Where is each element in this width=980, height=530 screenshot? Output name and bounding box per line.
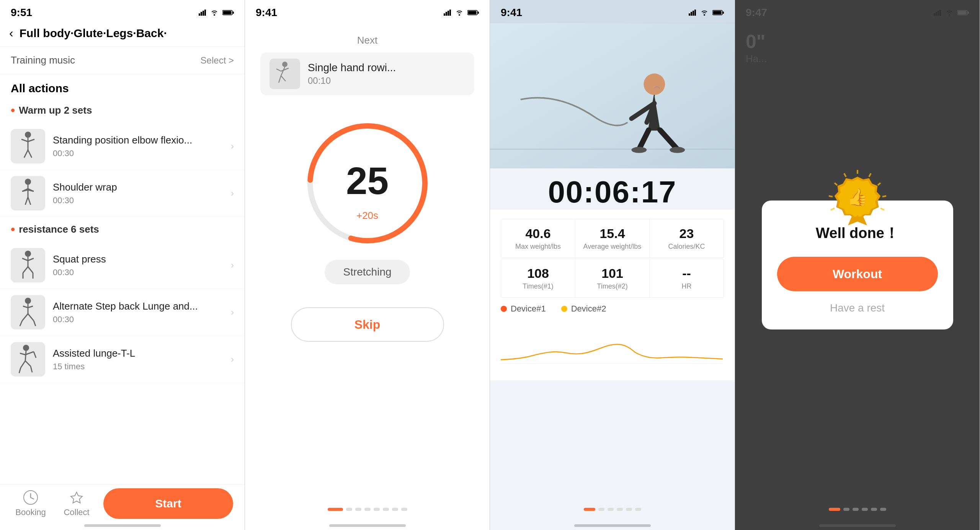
device1-dot: [501, 306, 507, 312]
status-time-2: 9:41: [256, 7, 277, 19]
progress-dot3-5: [635, 508, 641, 511]
signal-icon-3: [689, 10, 696, 16]
stat-max-weight: 40.6 Max weight/lbs: [501, 219, 575, 258]
training-music-row[interactable]: Training music Select >: [0, 47, 245, 74]
svg-line-93: [829, 196, 833, 197]
bottom-bar-1: Booking Collect Start: [0, 484, 245, 530]
progress-dot3-4: [626, 508, 632, 511]
skip-button[interactable]: Skip: [291, 307, 444, 342]
chevron-right-icon-2: ›: [231, 260, 234, 271]
svg-line-57: [281, 68, 289, 71]
exercise-thumb-3: [11, 295, 45, 329]
svg-line-56: [276, 69, 281, 71]
exercise-thumb-4: [11, 342, 45, 377]
resistance-subsection: resistance 6 sets: [0, 217, 245, 242]
booking-icon: [23, 490, 38, 505]
max-weight-value: 40.6: [506, 226, 570, 241]
svg-line-44: [19, 368, 21, 373]
exercise-name-1: Shoulder wrap: [53, 181, 231, 193]
svg-rect-67: [713, 11, 722, 15]
exercise-type-badge: Stretching: [325, 260, 410, 284]
calories-value: 23: [655, 226, 718, 241]
svg-line-24: [28, 258, 34, 261]
exercise-info-1: Shoulder wrap 00:30: [53, 181, 231, 205]
exercise-item-2[interactable]: Squat press 00:30 ›: [0, 242, 245, 289]
svg-line-43: [25, 361, 31, 366]
wifi-icon: [210, 10, 219, 16]
svg-line-88: [878, 183, 880, 185]
progress-dot4-4: [871, 508, 877, 511]
svg-rect-64: [693, 11, 694, 16]
progress-dot4-1: [843, 508, 849, 511]
stat-calories: 23 Calories/KC: [650, 219, 724, 258]
workout-button[interactable]: Workout: [777, 257, 938, 291]
progress-dot4-active: [829, 508, 840, 511]
chart-area: [490, 319, 735, 380]
svg-line-19: [25, 197, 28, 205]
svg-point-76: [631, 147, 647, 153]
status-bar-3: 9:41: [490, 0, 735, 23]
exercise-time-3: 00:30: [53, 315, 231, 325]
modal-overlay: 👍 Well done！ Workout Have a rest: [735, 0, 980, 530]
svg-line-35: [20, 321, 22, 326]
collect-icon: [69, 490, 84, 505]
collect-tab[interactable]: Collect: [57, 490, 96, 517]
progress-dot4-5: [880, 508, 886, 511]
stat-avg-weight: 15.4 Average weight/lbs: [575, 219, 649, 258]
next-exercise-card[interactable]: Single hand rowi... 00:10: [260, 52, 474, 95]
start-label: Start: [155, 497, 181, 510]
exercise-info-2: Squat press 00:30: [53, 253, 231, 277]
timer-countdown: 25: [346, 159, 389, 203]
svg-line-26: [28, 267, 33, 273]
booking-tab[interactable]: Booking: [11, 490, 50, 517]
svg-rect-49: [448, 11, 449, 16]
next-exercise-info: Single hand rowi... 00:10: [308, 62, 396, 86]
device2-dot: [561, 306, 567, 312]
hr-label: HR: [655, 282, 718, 290]
stats-grid-bottom: 108 Times(#1) 101 Times(#2) -- HR: [501, 259, 724, 298]
svg-line-10: [28, 139, 34, 142]
header-1: ‹ Full body·Glute·Legs·Back·: [0, 23, 245, 47]
exercise-name-4: Assisted lunge-T-L: [53, 347, 231, 359]
phone-3: 9:41: [490, 0, 735, 530]
svg-point-71: [644, 73, 665, 95]
progress-dot-5: [383, 508, 389, 511]
battery-icon: [222, 10, 234, 16]
avg-weight-label: Average weight/lbs: [581, 243, 644, 251]
start-button[interactable]: Start: [103, 488, 233, 519]
next-exercise-thumb: [270, 59, 300, 89]
avg-weight-value: 15.4: [581, 226, 644, 241]
exercise-item-3[interactable]: Alternate Step back Lunge and... 00:30 ›: [0, 289, 245, 336]
battery-icon-2: [467, 10, 479, 16]
chevron-right-icon-1: ›: [231, 188, 234, 199]
progress-dot3-3: [617, 508, 623, 511]
status-time-3: 9:41: [501, 7, 522, 19]
svg-line-58: [279, 76, 281, 83]
svg-line-11: [24, 150, 28, 158]
svg-line-59: [281, 76, 286, 81]
phone-1: 9:51 ‹ Full body·Glute·Legs·Back· Traini…: [0, 0, 245, 530]
lunge-figure-icon: [15, 297, 41, 328]
svg-rect-1: [201, 12, 202, 16]
wifi-icon-2: [455, 10, 464, 16]
back-button[interactable]: ‹: [9, 26, 13, 40]
exercise-item-0[interactable]: Standing position elbow flexio... 00:30 …: [0, 123, 245, 170]
training-music-select[interactable]: Select >: [201, 55, 234, 66]
exercise-item-1[interactable]: Shoulder wrap 00:30 ›: [0, 170, 245, 217]
progress-dot-active: [328, 508, 343, 511]
exercise-item-4[interactable]: Assisted lunge-T-L 15 times ›: [0, 336, 245, 383]
svg-rect-63: [691, 12, 692, 16]
progress-dot3-2: [608, 508, 614, 511]
svg-line-32: [28, 306, 33, 308]
progress-dot4-3: [862, 508, 868, 511]
timer-plus-button[interactable]: +20s: [356, 210, 378, 222]
exercise-name-2: Squat press: [53, 253, 231, 265]
rest-label[interactable]: Have a rest: [830, 302, 885, 314]
booking-label: Booking: [15, 507, 46, 517]
workout-image-area: [490, 23, 735, 168]
svg-point-13: [25, 179, 31, 185]
svg-line-20: [28, 197, 31, 205]
exercise-name-0: Standing position elbow flexio...: [53, 134, 231, 146]
timer-ring: 25 +20s: [302, 118, 433, 248]
phone-4: 9:47 0" Ha...: [735, 0, 980, 530]
